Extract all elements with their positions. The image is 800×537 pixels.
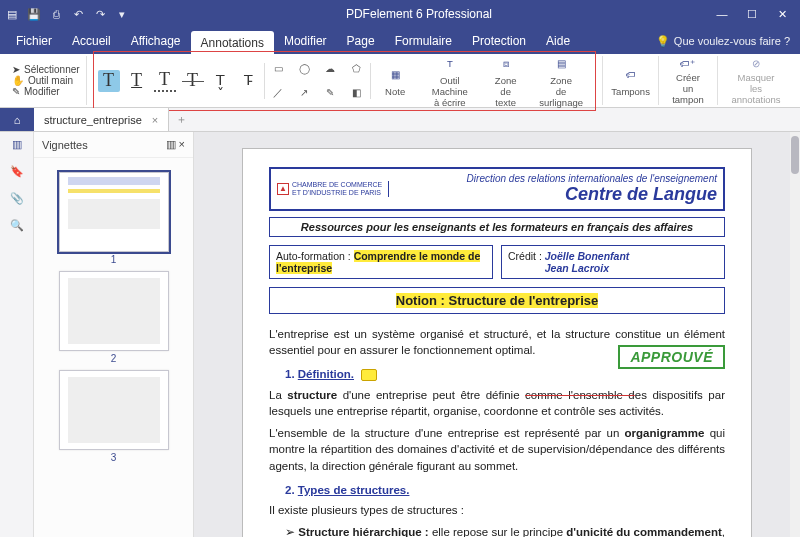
header-line1: Direction des relations internationales … — [397, 173, 717, 184]
cloud-icon[interactable]: ☁ — [320, 59, 340, 79]
strikethrough-icon[interactable]: T — [182, 70, 204, 92]
window-controls: — ☐ ✕ — [708, 4, 796, 24]
thumb-label: 1 — [34, 254, 193, 265]
create-stamp-tool[interactable]: 🏷⁺ Créer un tampon — [659, 56, 718, 105]
section-2: 2. Types de structures. — [285, 484, 725, 496]
ribbon-tools-group: ➤Sélectionner ✋Outil main ✎Modifier — [6, 56, 87, 105]
squiggly-icon[interactable]: T — [154, 70, 176, 92]
approved-stamp[interactable]: APPROUVÉ — [618, 345, 725, 369]
paragraph: Il existe plusieurs types de structures … — [269, 502, 725, 518]
thumb-label: 2 — [34, 353, 193, 364]
stamp-icon: 🏷 — [619, 65, 643, 85]
thumbnails-panel: Vignettes ▥ × 1 2 3 — [34, 132, 194, 537]
undo-icon[interactable]: ↶ — [70, 6, 86, 22]
add-stamp-icon: 🏷⁺ — [676, 56, 700, 71]
ribbon-annotation-tools: T T T T T̬ T̵ ▭ ◯ ☁ ⬠ ／ ↗ — [87, 56, 604, 105]
content-area: ▥ 🔖 📎 🔍 Vignettes ▥ × 1 2 3 — [0, 132, 800, 537]
paragraph: La structure d'une entreprise peut être … — [269, 387, 725, 419]
comment-icon[interactable] — [361, 369, 377, 381]
pdf-page: ▲ CHAMBRE DE COMMERCEET D'INDUSTRIE DE P… — [242, 148, 752, 537]
replace-text-icon[interactable]: T̵ — [238, 70, 260, 92]
maximize-button[interactable]: ☐ — [738, 4, 766, 24]
thumbnail-3[interactable] — [59, 370, 169, 450]
credit-box: Crédit : Joëlle Bonenfant Crédit : Jean … — [501, 245, 725, 279]
logo-cell: ▲ CHAMBRE DE COMMERCEET D'INDUSTRIE DE P… — [277, 181, 389, 196]
pencil-icon[interactable]: ✎ — [320, 83, 340, 103]
attachments-rail-icon[interactable]: 📎 — [10, 192, 24, 205]
sidebar-rail: ▥ 🔖 📎 🔍 — [0, 132, 34, 537]
hand-tool[interactable]: ✋Outil main — [12, 75, 73, 86]
caret-icon[interactable]: T̬ — [210, 70, 232, 92]
edit-icon: ✎ — [12, 86, 20, 97]
save-icon[interactable]: 💾 — [26, 6, 42, 22]
arrow-icon[interactable]: ↗ — [294, 83, 314, 103]
thumbnails-list[interactable]: 1 2 3 — [34, 158, 193, 537]
autoformation-box: Auto-formation : Comprendre le monde de … — [269, 245, 493, 279]
quick-access-toolbar: ▤ 💾 ⎙ ↶ ↷ ▾ — [4, 6, 130, 22]
eraser-icon[interactable]: ◧ — [346, 83, 366, 103]
header-line2: Centre de Langue — [397, 184, 717, 205]
lightbulb-icon: 💡 — [656, 35, 670, 48]
document-tabstrip: ⌂ structure_entreprise × ＋ — [0, 108, 800, 132]
typewriter-tool[interactable]: T Outil Machine à écrire — [419, 54, 480, 108]
bullet: Structure hiérarchique : elle repose sur… — [285, 524, 725, 537]
line-icon[interactable]: ／ — [268, 83, 288, 103]
panel-options-icon[interactable]: ▥ × — [166, 138, 185, 151]
highlight-text-icon[interactable]: T — [98, 70, 120, 92]
home-button[interactable]: ⌂ — [0, 108, 34, 131]
stamps-tool[interactable]: 🏷 Tampons — [603, 56, 659, 105]
highlight-area-icon: ▤ — [549, 54, 573, 74]
minimize-button[interactable]: — — [708, 4, 736, 24]
info-row: Auto-formation : Comprendre le monde de … — [269, 245, 725, 279]
ribbon: ➤Sélectionner ✋Outil main ✎Modifier T T … — [0, 54, 800, 108]
thumb-label: 3 — [34, 452, 193, 463]
section-1: 1. Définition. — [285, 368, 725, 381]
logo-mark: ▲ — [277, 183, 289, 195]
thumbnails-header: Vignettes ▥ × — [34, 132, 193, 158]
close-button[interactable]: ✕ — [768, 4, 796, 24]
highlight-area-tool[interactable]: ▤ Zone de surlignage — [531, 54, 592, 108]
app-icon: ▤ — [4, 6, 20, 22]
window-title: PDFelement 6 Professional — [130, 7, 708, 21]
print-icon[interactable]: ⎙ — [48, 6, 64, 22]
paragraph: L'ensemble de la structure d'une entrepr… — [269, 425, 725, 473]
thumbnail-2[interactable] — [59, 271, 169, 351]
note-icon: ▦ — [383, 65, 407, 85]
vertical-scrollbar[interactable] — [790, 132, 800, 537]
thumbnails-rail-icon[interactable]: ▥ — [12, 138, 22, 151]
search-rail-icon[interactable]: 🔍 — [10, 219, 24, 232]
polygon-icon[interactable]: ⬠ — [346, 59, 366, 79]
bookmarks-rail-icon[interactable]: 🔖 — [10, 165, 24, 178]
tell-me-search[interactable]: 💡 Que voulez-vous faire ? — [656, 28, 800, 54]
cursor-icon: ➤ — [12, 64, 20, 75]
hide-icon: ⊘ — [744, 56, 768, 71]
underline-icon[interactable]: T — [126, 70, 148, 92]
document-tab[interactable]: structure_entreprise × — [34, 108, 169, 131]
typewriter-icon: T — [438, 54, 462, 74]
thumbnails-title: Vignettes — [42, 139, 88, 151]
qat-dropdown-icon[interactable]: ▾ — [114, 6, 130, 22]
scrollbar-thumb[interactable] — [791, 136, 799, 174]
annotation-tools-highlighted: T T T T T̬ T̵ ▭ ◯ ☁ ⬠ ／ ↗ — [93, 51, 597, 111]
oval-icon[interactable]: ◯ — [294, 59, 314, 79]
doc-header-box: ▲ CHAMBRE DE COMMERCEET D'INDUSTRIE DE P… — [269, 167, 725, 211]
new-tab-button[interactable]: ＋ — [169, 108, 193, 131]
thumbnail-1[interactable] — [59, 172, 169, 252]
page-viewport[interactable]: ▲ CHAMBRE DE COMMERCEET D'INDUSTRIE DE P… — [194, 132, 800, 537]
rectangle-icon[interactable]: ▭ — [268, 59, 288, 79]
titlebar: ▤ 💾 ⎙ ↶ ↷ ▾ PDFelement 6 Professional — … — [0, 0, 800, 28]
document-tab-label: structure_entreprise — [44, 114, 142, 126]
menu-fichier[interactable]: Fichier — [6, 28, 62, 54]
note-tool[interactable]: ▦ Note — [375, 65, 415, 97]
modify-tool[interactable]: ✎Modifier — [12, 86, 60, 97]
textbox-tool[interactable]: ⧈ Zone de texte — [484, 54, 526, 108]
textbox-icon: ⧈ — [494, 54, 518, 74]
close-tab-icon[interactable]: × — [152, 114, 158, 126]
sub-header: Ressources pour les enseignants et les f… — [269, 217, 725, 237]
hand-icon: ✋ — [12, 75, 24, 86]
hide-annotations-tool[interactable]: ⊘ Masquer les annotations — [718, 56, 794, 105]
redo-icon[interactable]: ↷ — [92, 6, 108, 22]
notion-box: Notion : Structure de l'entreprise — [269, 287, 725, 314]
select-tool[interactable]: ➤Sélectionner — [12, 64, 80, 75]
